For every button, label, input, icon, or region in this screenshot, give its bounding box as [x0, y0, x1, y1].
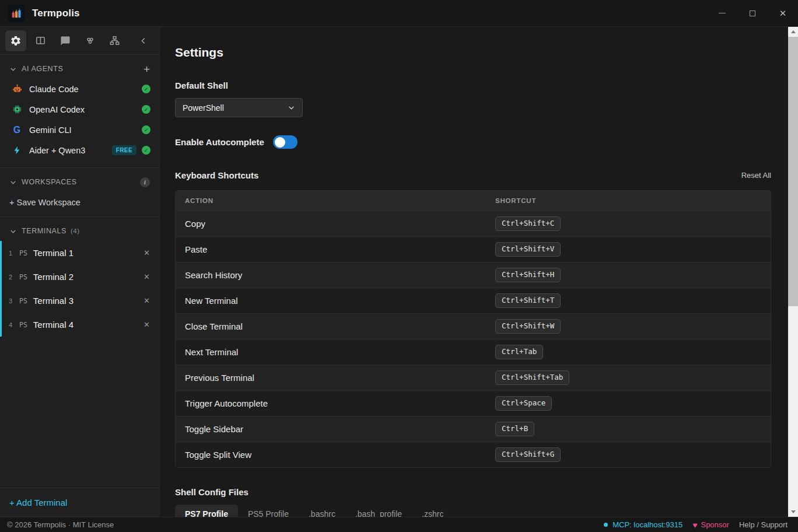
shortcut-key[interactable]: Ctrl+Space — [495, 396, 552, 411]
terminal-index: 2 — [2, 274, 19, 281]
tab-ps5-profile[interactable]: PS5 Profile — [238, 505, 299, 517]
scroll-up-button[interactable] — [788, 27, 798, 37]
agent-item-aider-qwen3[interactable]: Aider + Qwen3 FREE ✓ — [0, 140, 159, 160]
statusbar: © 2026 Termpolis · MIT License MCP: loca… — [0, 517, 798, 532]
shortcut-key[interactable]: Ctrl+B — [495, 422, 534, 436]
gear-icon — [10, 35, 22, 47]
robot-icon — [10, 83, 23, 94]
split-view-nav-button[interactable] — [30, 30, 51, 51]
tab-bash-profile[interactable]: .bash_profile — [345, 505, 412, 517]
table-row: Close Terminal Ctrl+Shift+W — [176, 313, 771, 339]
minimize-icon — [719, 13, 726, 14]
autocomplete-toggle[interactable] — [273, 135, 298, 149]
action-cell: Search History — [176, 270, 495, 280]
free-badge: FREE — [112, 145, 136, 155]
maximize-icon — [750, 10, 755, 16]
action-cell: Toggle Sidebar — [176, 424, 495, 434]
shortcut-key[interactable]: Ctrl+Shift+G — [495, 447, 561, 462]
shortcut-key[interactable]: Ctrl+Shift+V — [495, 242, 561, 257]
shortcut-key[interactable]: Ctrl+Shift+T — [495, 293, 561, 308]
action-cell: New Terminal — [176, 296, 495, 306]
table-row: Paste Ctrl+Shift+V — [176, 236, 771, 262]
shortcut-key[interactable]: Ctrl+Shift+W — [495, 319, 561, 334]
add-terminal-button[interactable]: + Add Terminal — [9, 498, 150, 508]
terminal-index: 3 — [2, 298, 19, 304]
window-controls: ✕ — [707, 0, 798, 26]
sponsor-text: Sponsor — [701, 520, 729, 529]
terminal-item-3[interactable]: 3 PS Terminal 3 ✕ — [0, 289, 159, 313]
action-cell: Copy — [176, 219, 495, 229]
scrollbar[interactable] — [788, 27, 798, 517]
chevron-down-icon — [9, 228, 17, 235]
info-icon[interactable]: i — [140, 177, 150, 187]
agent-list: Claude Code ✓ OpenAI Codex ✓ G Gemini CL… — [0, 76, 159, 166]
scrollbar-track[interactable] — [788, 37, 798, 507]
terminal-shell-badge: PS — [19, 273, 27, 281]
agent-connected-icon: ✓ — [142, 105, 150, 114]
app-window: Termpolis ✕ — [0, 0, 798, 532]
chat-icon — [60, 36, 71, 46]
close-icon: ✕ — [779, 8, 787, 19]
shortcut-key[interactable]: Ctrl+Shift+C — [495, 216, 561, 231]
close-terminal-icon[interactable]: ✕ — [144, 272, 150, 281]
network-nav-button[interactable] — [104, 30, 125, 51]
terminal-item-2[interactable]: 2 PS Terminal 2 ✕ — [0, 265, 159, 289]
shortcuts-table: ACTION SHORTCUT Copy Ctrl+Shift+C Paste … — [175, 190, 771, 468]
collapse-sidebar-button[interactable] — [134, 30, 155, 51]
default-shell-select[interactable]: PowerShell — [175, 98, 303, 117]
close-terminal-icon[interactable]: ✕ — [144, 296, 150, 305]
workspaces-section-title: WORKSPACES — [22, 178, 77, 186]
help-support-link[interactable]: Help / Support — [739, 520, 788, 529]
scrollbar-thumb[interactable] — [788, 37, 798, 306]
toggle-knob — [275, 137, 285, 148]
settings-nav-button[interactable] — [5, 30, 26, 51]
action-cell: Next Terminal — [176, 347, 495, 357]
sponsor-link[interactable]: ♥ Sponsor — [692, 520, 729, 530]
action-cell: Close Terminal — [176, 321, 495, 331]
close-terminal-icon[interactable]: ✕ — [144, 320, 150, 329]
table-row: New Terminal Ctrl+Shift+T — [176, 288, 771, 313]
tab-bashrc[interactable]: .bashrc — [299, 505, 345, 517]
terminals-section-header[interactable]: TERMINALS (4) — [0, 223, 159, 239]
mcp-status-dot-icon — [604, 523, 608, 527]
shortcut-key[interactable]: Ctrl+Shift+H — [495, 268, 561, 282]
action-cell: Previous Terminal — [176, 373, 495, 383]
terminal-item-4[interactable]: 4 PS Terminal 4 ✕ — [0, 313, 159, 337]
reset-all-button[interactable]: Reset All — [741, 171, 771, 180]
table-row: Toggle Sidebar Ctrl+B — [176, 416, 771, 442]
chat-nav-button[interactable] — [55, 30, 76, 51]
workspaces-section-header[interactable]: WORKSPACES i — [0, 174, 159, 190]
minimize-button[interactable] — [707, 0, 737, 26]
save-workspace-button[interactable]: + Save Workspace — [0, 190, 159, 216]
agent-item-openai-codex[interactable]: OpenAI Codex ✓ — [0, 99, 159, 120]
agent-connected-icon: ✓ — [142, 125, 150, 134]
agent-item-claude-code[interactable]: Claude Code ✓ — [0, 79, 159, 99]
shortcut-key[interactable]: Ctrl+Tab — [495, 345, 543, 359]
add-agent-button[interactable]: + — [144, 64, 150, 75]
mcp-status[interactable]: MCP: localhost:9315 — [604, 520, 682, 529]
copyright-text: © 2026 Termpolis · MIT License — [7, 520, 114, 529]
default-shell-value: PowerShell — [183, 103, 224, 113]
shortcut-key[interactable]: Ctrl+Shift+Tab — [495, 370, 569, 385]
terminal-shell-badge: PS — [19, 297, 27, 305]
action-column-header: ACTION — [176, 197, 495, 204]
agent-label: Gemini CLI — [29, 125, 72, 135]
chip-icon — [10, 104, 23, 115]
terminal-item-1[interactable]: 1 PS Terminal 1 ✕ — [0, 241, 159, 265]
agent-item-gemini-cli[interactable]: G Gemini CLI ✓ — [0, 120, 159, 140]
close-button[interactable]: ✕ — [768, 0, 798, 26]
titlebar: Termpolis ✕ — [0, 0, 798, 27]
scroll-up-icon — [791, 30, 796, 33]
heart-icon: ♥ — [692, 520, 697, 530]
scroll-down-button[interactable] — [788, 507, 798, 517]
close-terminal-icon[interactable]: ✕ — [144, 249, 150, 257]
tab-ps7-profile[interactable]: PS7 Profile — [175, 505, 238, 517]
settings-panel: Settings Default Shell PowerShell Enable… — [160, 27, 788, 517]
mcp-status-text: MCP: localhost:9315 — [612, 520, 682, 529]
tab-zshrc[interactable]: .zshrc — [412, 505, 453, 517]
agent-label: Claude Code — [29, 85, 79, 94]
maximize-button[interactable] — [737, 0, 768, 26]
agents-section-header[interactable]: AI AGENTS + — [0, 61, 159, 76]
app-title: Termpolis — [32, 8, 80, 19]
agents-nav-button[interactable] — [80, 30, 101, 51]
